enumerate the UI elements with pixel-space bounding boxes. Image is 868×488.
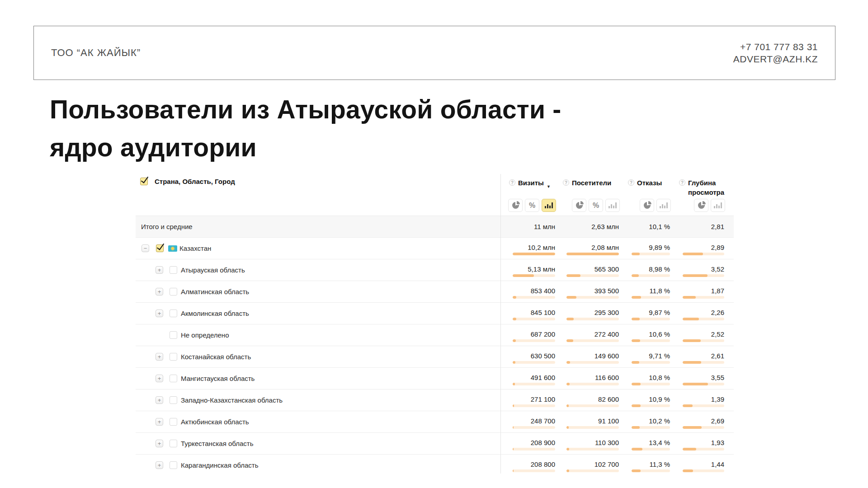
metric-bar [632,469,670,472]
column-header-visits: Визиты [509,178,551,192]
visitors-display-toggles [572,199,620,212]
geo-report-table: Страна, Область, Город ВизитыПосетителиО… [136,174,734,474]
select-all-checkbox[interactable] [140,178,148,185]
column-label-depth[interactable]: Глубина просмотра [688,178,736,197]
table-row: Атырауская область5,13 млн565 3008,98 %3… [136,259,734,281]
expand-button[interactable] [156,288,163,296]
help-icon[interactable] [509,179,515,186]
row-name: Казахстан [179,244,211,252]
metric-value: 3,52 [683,265,724,273]
row-checkbox[interactable] [170,310,177,317]
help-icon[interactable] [679,179,685,186]
row-checkbox[interactable] [170,266,177,274]
table-row: Карагандинская область208 800102 70011,3… [136,454,734,476]
metric-bar [566,426,619,429]
row-name: Мангистауская область [181,375,255,382]
metric-bar [566,274,619,277]
depth-pie-toggle[interactable] [694,199,708,212]
metric-bar [683,318,724,320]
metric-bar [513,448,555,450]
metric-bar [632,296,670,299]
metric-bar [566,448,619,450]
help-icon[interactable] [563,179,569,186]
visitors-bars-toggle[interactable] [605,199,620,212]
kazakhstan-flag-icon [168,245,177,252]
row-name: Акмолинская область [181,310,249,317]
metric-bar [513,426,555,429]
metric-value: 208 800 [513,460,555,468]
metric-value: 10,1 % [632,223,670,230]
metric-value: 9,87 % [632,309,670,316]
metric-bar [513,383,555,385]
metric-bar [683,383,724,385]
row-checkbox[interactable] [170,461,177,469]
visits-percent-toggle[interactable] [525,199,539,212]
sort-desc-icon [547,181,551,192]
visits-pie-toggle[interactable] [508,199,523,212]
percent-icon [529,202,535,210]
bounce-bars-toggle[interactable] [656,199,671,212]
metric-value: 2,89 [683,244,724,251]
totals-label: Итого и средние [141,223,193,230]
help-icon[interactable] [628,179,634,186]
metric-value: 2,63 млн [566,223,619,230]
row-checkbox[interactable] [156,244,164,252]
pie-chart-icon [698,202,705,209]
collapse-button[interactable] [142,244,149,252]
metric-value: 91 100 [566,417,619,425]
column-label-bounce[interactable]: Отказы [637,178,662,188]
metric-value: 2,69 [683,417,724,425]
row-checkbox[interactable] [170,353,177,361]
bounce-display-toggles [640,199,671,212]
row-checkbox[interactable] [170,375,177,382]
metric-bar [566,318,619,320]
bounce-pie-toggle[interactable] [640,199,654,212]
metric-value: 491 600 [513,374,555,381]
metric-bar [566,339,619,342]
metric-value: 116 600 [566,374,619,381]
row-name: Актюбинская область [181,418,249,426]
depth-display-toggles [694,199,725,212]
expand-button[interactable] [156,396,163,404]
metric-value: 1,44 [683,460,724,468]
metric-bar [683,296,724,299]
metric-bar [566,296,619,299]
bar-chart-icon [714,202,722,208]
expand-button[interactable] [156,310,163,317]
visits-bars-toggle[interactable] [542,199,556,212]
email-address: ADVERT@AZH.KZ [733,53,818,65]
expand-button[interactable] [156,266,163,274]
metric-value: 149 600 [566,352,619,360]
expand-button[interactable] [156,461,163,469]
expand-button[interactable] [156,418,163,426]
visitors-percent-toggle[interactable] [589,199,603,212]
pie-chart-icon [576,202,583,209]
metric-bar [513,361,555,364]
expand-button[interactable] [156,375,163,382]
metric-value: 10,8 % [632,374,670,381]
visits-display-toggles [508,199,556,212]
pie-chart-icon [644,202,651,209]
expand-button[interactable] [156,440,163,447]
depth-bars-toggle[interactable] [711,199,725,212]
metric-value: 5,13 млн [513,265,555,273]
metric-bar [513,404,555,407]
metric-value: 110 300 [566,439,619,446]
metric-value: 1,93 [683,439,724,446]
table-row: Туркестанская область208 900110 30013,4 … [136,432,734,454]
metric-bar [566,361,619,364]
visitors-pie-toggle[interactable] [572,199,586,212]
page-title: Пользователи из Атырауской области -ядро… [50,90,561,166]
column-label-visitors[interactable]: Посетители [572,178,611,188]
column-separator [500,174,501,474]
metric-bar [632,448,670,450]
row-checkbox[interactable] [170,396,177,404]
expand-button[interactable] [156,353,163,361]
bar-chart-icon [609,202,617,208]
row-checkbox[interactable] [170,331,177,339]
column-label-visits[interactable]: Визиты [518,178,544,188]
row-checkbox[interactable] [170,288,177,296]
row-name: Атырауская область [181,266,245,274]
row-checkbox[interactable] [170,418,177,426]
row-checkbox[interactable] [170,440,177,447]
